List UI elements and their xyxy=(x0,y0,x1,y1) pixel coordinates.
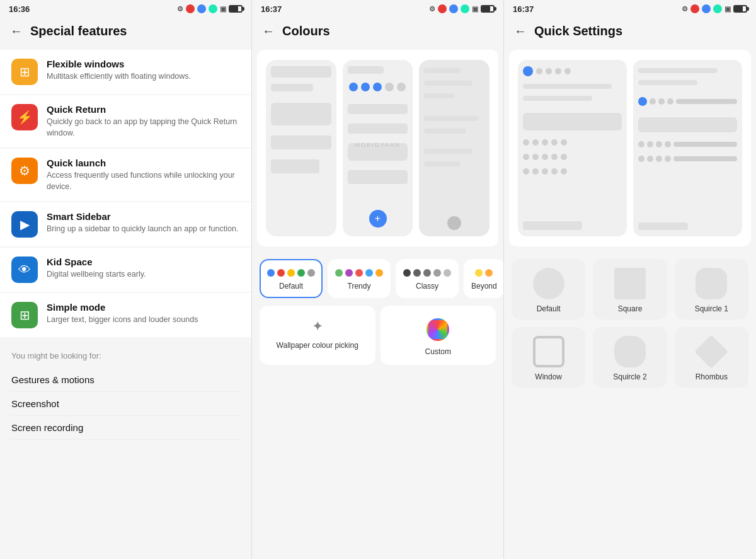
default-dots-row xyxy=(267,269,315,277)
qs-mockup-1 xyxy=(518,60,627,236)
battery-icon-2 xyxy=(481,5,495,13)
qs-dot xyxy=(667,98,673,105)
status-icons-1: ⚙ ▣ xyxy=(177,4,243,13)
spacer xyxy=(638,151,737,153)
mock-spacer xyxy=(271,153,331,156)
qs-dot xyxy=(656,156,662,162)
simple-mode-desc: Larger text, bigger icons and louder sou… xyxy=(47,314,240,326)
watermark: MOBIGYAAN xyxy=(355,142,401,148)
spacer xyxy=(348,118,408,120)
theme-classy[interactable]: Classy xyxy=(396,259,459,298)
back-button-3[interactable]: ← xyxy=(514,24,527,38)
quick-return-desc: Quickly go back to an app by tapping the… xyxy=(47,117,240,139)
icon-shape-grid: Default Square Squircle 1 Window Squircl… xyxy=(504,254,756,395)
spacer xyxy=(348,137,408,139)
suggestion-gestures[interactable]: Gestures & motions xyxy=(11,368,240,392)
qs-bar xyxy=(676,99,737,104)
qs-dot xyxy=(638,156,644,162)
smart-sidebar-title: Smart Sidebar xyxy=(47,211,240,222)
mock-line xyxy=(424,81,472,86)
feature-item-simple-mode[interactable]: ⊞ Simple mode Larger text, bigger icons … xyxy=(0,293,251,337)
dot-grey1 xyxy=(385,83,394,91)
suggestions-label: You might be looking for: xyxy=(11,351,240,360)
qs-dot-grey xyxy=(564,68,571,74)
qs-dot-grey xyxy=(551,139,558,146)
feature-list: ⊞ Flexible windows Multitask efficiently… xyxy=(0,45,251,559)
feature-item-kid-space[interactable]: 👁 Kid Space Digital wellbeing starts ear… xyxy=(0,248,251,292)
shape-card-square[interactable]: Square xyxy=(593,259,667,320)
feature-item-quick-return[interactable]: ⚡ Quick Return Quickly go back to an app… xyxy=(0,95,251,147)
spacer xyxy=(424,139,484,143)
dot xyxy=(444,269,451,277)
suggestion-screenshot[interactable]: Screenshot xyxy=(11,392,240,416)
mock-line xyxy=(424,129,466,134)
status-bar-1: 16:36 ⚙ ▣ xyxy=(0,0,251,18)
flexible-windows-text: Flexible windows Multitask efficiently w… xyxy=(47,59,240,83)
mock-dots-row xyxy=(348,80,408,94)
shape-squircle2-preview xyxy=(614,336,646,367)
feature-item-quick-launch[interactable]: ⚙ Quick launch Access frequently used fu… xyxy=(0,149,251,201)
theme-trendy[interactable]: Trendy xyxy=(328,259,391,298)
mock-block xyxy=(348,124,408,134)
mock-line xyxy=(638,80,697,85)
quick-return-title: Quick Return xyxy=(47,104,240,115)
default-label: Default xyxy=(279,282,303,291)
qs-dot-grey xyxy=(532,139,539,146)
flexible-windows-title: Flexible windows xyxy=(47,59,240,69)
back-button-2[interactable]: ← xyxy=(262,24,275,38)
shape-card-window[interactable]: Window xyxy=(512,327,585,388)
shape-rhombus-preview xyxy=(694,335,728,369)
status-icons-2: ⚙ ▣ xyxy=(429,4,495,13)
qs-dots-row1 xyxy=(523,66,622,76)
qs-dot-grey xyxy=(536,68,542,74)
qs-dot xyxy=(638,141,644,147)
spacer xyxy=(523,106,622,110)
colours-panel: 16:37 ⚙ ▣ ← Colours xyxy=(252,0,504,559)
beyond-dots-row xyxy=(475,269,493,277)
feature-item-flexible-windows[interactable]: ⊞ Flexible windows Multitask efficiently… xyxy=(0,50,251,94)
smart-sidebar-desc: Bring up a sidebar to quickly launch an … xyxy=(47,224,240,235)
panel3-title: Quick Settings xyxy=(534,24,622,38)
mock-block xyxy=(271,66,331,78)
qs-dot-grey xyxy=(561,154,567,160)
smart-sidebar-icon: ▶ xyxy=(11,211,38,238)
shape-card-rhombus[interactable]: Rhombus xyxy=(675,327,748,388)
qs-dots-row3 xyxy=(523,154,622,160)
theme-default[interactable]: Default xyxy=(260,259,323,298)
custom-colour-card[interactable]: Custom xyxy=(381,306,496,365)
wallpaper-colour-card[interactable]: ✦ Wallpaper colour picking xyxy=(260,306,375,365)
app-icon-3a xyxy=(690,4,699,13)
theme-beyond[interactable]: Beyond xyxy=(464,259,504,298)
suggestions-section: You might be looking for: Gestures & mot… xyxy=(0,338,251,445)
suggestion-screen-recording[interactable]: Screen recording xyxy=(11,416,240,440)
quick-launch-title: Quick launch xyxy=(47,158,240,168)
beyond-label: Beyond xyxy=(471,282,497,291)
shape-card-squircle2[interactable]: Squircle 2 xyxy=(593,327,667,388)
custom-label: Custom xyxy=(425,347,451,356)
shape-window-label: Window xyxy=(535,372,562,381)
shape-card-squircle1[interactable]: Squircle 1 xyxy=(675,259,748,320)
feature-item-smart-sidebar[interactable]: ▶ Smart Sidebar Bring up a sidebar to qu… xyxy=(0,202,251,246)
app-icon-3b xyxy=(702,4,711,13)
phone-mockups-row: + MOBIGYAAN xyxy=(257,50,498,246)
status-bar-2: 16:37 ⚙ ▣ xyxy=(252,0,503,18)
mock-line xyxy=(424,161,460,166)
shape-card-default[interactable]: Default xyxy=(512,259,585,320)
fab-button: + xyxy=(369,210,387,228)
status-bar-3: 16:37 ⚙ ▣ xyxy=(504,0,756,18)
dot xyxy=(287,269,295,277)
qs-dot-blue xyxy=(523,66,533,76)
quick-launch-icon: ⚙ xyxy=(11,158,38,184)
app-icon-2a xyxy=(438,4,447,13)
back-button-1[interactable]: ← xyxy=(10,24,23,38)
shape-rhombus-container xyxy=(696,336,727,367)
mock-block xyxy=(271,159,319,173)
shape-squircle1-preview xyxy=(696,268,727,299)
spacer xyxy=(638,165,737,219)
spacer xyxy=(348,98,408,100)
mock-spacer xyxy=(271,95,331,99)
trendy-dots-row xyxy=(335,269,383,277)
trendy-label: Trendy xyxy=(348,282,371,291)
mock-line xyxy=(638,68,718,73)
qs-dot-grey xyxy=(523,154,529,160)
